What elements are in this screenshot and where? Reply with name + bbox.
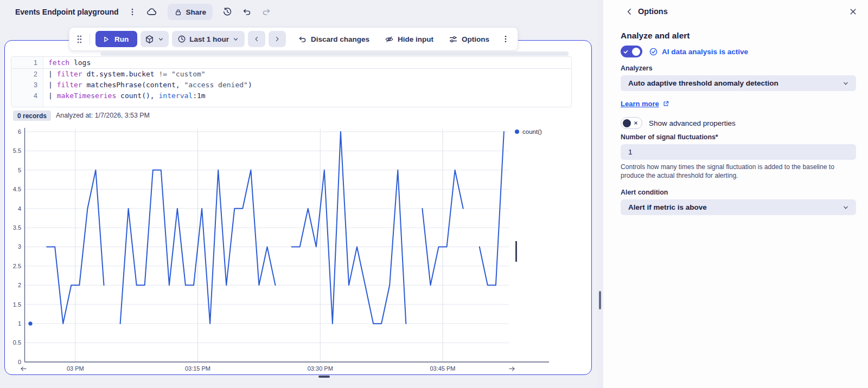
code-text: fetch logs [48, 57, 91, 68]
fluctuations-input[interactable]: 1 [621, 144, 856, 160]
code-line-3[interactable]: 3 | filter matchesPhrase(content, "acces… [11, 80, 571, 90]
time-shift-back-button[interactable] [248, 31, 265, 47]
query-editor[interactable]: 1 fetch logs 2 | filter dt.system.bucket… [11, 56, 572, 107]
time-range-label: Last 1 hour [189, 35, 229, 43]
svg-text:3.5: 3.5 [13, 224, 21, 231]
cloud-status-button[interactable] [144, 4, 160, 20]
svg-text:4: 4 [18, 205, 21, 212]
document-header: Events Endpoint playground Share [0, 0, 597, 24]
line-number: 1 [11, 57, 37, 68]
code-token: filter [57, 70, 82, 78]
code-token: count(), [116, 92, 158, 100]
svg-text:03 PM: 03 PM [67, 365, 84, 372]
svg-text:03:15 PM: 03:15 PM [185, 365, 210, 372]
code-token: "custom" [171, 70, 206, 78]
panel-resize-gutter[interactable] [597, 0, 603, 388]
alert-condition-select-value: Alert if metric is above [628, 203, 707, 211]
svg-text:5: 5 [18, 167, 21, 173]
code-token: | [48, 70, 57, 78]
code-line-4[interactable]: 4 | makeTimeseries count(), interval:1m [11, 90, 571, 101]
chart-scroll-right-button[interactable] [508, 365, 516, 373]
svg-text:6: 6 [18, 128, 21, 135]
code-token: ) [248, 81, 252, 89]
advanced-properties-label: Show advanced properties [649, 119, 736, 127]
code-token: logs [69, 59, 91, 67]
options-panel: Options Analyze and alert AI data analys… [603, 0, 868, 388]
kebab-menu-icon [128, 8, 137, 16]
code-token: != [159, 70, 171, 78]
screen: Events Endpoint playground Share Ru [0, 0, 868, 388]
fluctuations-input-value: 1 [628, 148, 633, 156]
ai-analysis-toggle[interactable] [621, 46, 642, 57]
svg-text:1: 1 [18, 320, 21, 327]
svg-text:2.5: 2.5 [13, 263, 21, 269]
code-token: fetch [48, 59, 69, 67]
svg-text:1.5: 1.5 [13, 301, 21, 308]
panel-title: Options [638, 7, 668, 16]
section-heading: Analyze and alert [621, 31, 690, 41]
undo-button[interactable] [239, 4, 255, 20]
timeseries-chart[interactable]: 00.511.522.533.544.555.5603 PM03:15 PM03… [0, 125, 564, 379]
discard-changes-button[interactable]: Discard changes [293, 31, 374, 47]
chevron-down-icon [232, 36, 239, 43]
undo-icon [242, 7, 252, 17]
analyzer-select[interactable]: Auto adaptive threshold anomaly detectio… [621, 75, 856, 91]
svg-text:0: 0 [18, 359, 21, 365]
learn-more-link[interactable]: Learn more [621, 100, 670, 108]
code-line-1[interactable]: 1 fetch logs [11, 57, 571, 69]
kebab-menu-icon [501, 35, 510, 43]
code-text: | filter dt.system.bucket != "custom" [48, 69, 206, 80]
advanced-properties-row: Show advanced properties [621, 117, 736, 129]
panel-back-button[interactable] [625, 7, 634, 16]
chart-scroll-left-button[interactable] [20, 365, 28, 373]
code-text: | filter matchesPhrase(content, "access … [48, 80, 252, 90]
check-circle-icon [649, 47, 658, 56]
ai-analysis-row: AI data analysis is active [621, 46, 748, 57]
share-button[interactable]: Share [168, 4, 213, 20]
panel-resize-handle[interactable] [599, 291, 601, 309]
time-shift-forward-button[interactable] [269, 31, 286, 47]
code-line-2[interactable]: 2 | filter dt.system.bucket != "custom" [11, 69, 571, 80]
svg-text:0.5: 0.5 [13, 339, 21, 346]
hide-input-button[interactable]: Hide input [380, 31, 438, 47]
svg-text:03:45 PM: 03:45 PM [430, 365, 455, 372]
code-token: "access denied" [184, 81, 247, 89]
run-button-label: Run [114, 35, 129, 43]
advanced-properties-toggle[interactable] [621, 117, 642, 129]
svg-text:03:30 PM: 03:30 PM [308, 365, 333, 372]
options-button[interactable]: Options [444, 31, 494, 47]
history-button[interactable] [219, 4, 235, 20]
run-button[interactable]: Run [95, 31, 137, 47]
discard-changes-label: Discard changes [311, 35, 369, 43]
sample-data-button[interactable] [141, 31, 169, 47]
analyzer-select-value: Auto adaptive threshold anomaly detectio… [628, 79, 778, 87]
svg-text:5.5: 5.5 [13, 147, 21, 154]
fluctuations-help-text: Controls how many times the signal fluct… [621, 163, 857, 180]
ai-analysis-status: AI data analysis is active [649, 47, 748, 56]
options-button-label: Options [462, 35, 489, 43]
toolbar-more-button[interactable] [497, 35, 512, 43]
chevron-left-icon [625, 7, 634, 16]
history-icon [222, 7, 232, 17]
alert-condition-select[interactable]: Alert if metric is above [621, 199, 856, 215]
svg-text:4.5: 4.5 [13, 186, 21, 192]
editor-scrollbar[interactable] [100, 51, 569, 56]
code-text: | makeTimeseries count(), interval:1m [48, 90, 206, 101]
drag-handle[interactable] [75, 34, 84, 44]
code-token: makeTimeseries [57, 92, 117, 100]
check-icon [623, 49, 629, 55]
drag-handle-icon [76, 34, 83, 44]
time-range-button[interactable]: Last 1 hour [172, 31, 245, 47]
code-token: :1m [193, 92, 205, 100]
ai-analysis-status-text: AI data analysis is active [662, 48, 748, 56]
close-icon [848, 7, 858, 16]
alert-condition-label: Alert condition [621, 189, 668, 196]
chart-scrollbar-handle[interactable] [318, 376, 330, 378]
panel-close-button[interactable] [848, 7, 858, 16]
title-menu-button[interactable] [125, 4, 139, 20]
page-title: Events Endpoint playground [15, 8, 119, 16]
analyzers-label: Analyzers [621, 64, 653, 72]
redo-button[interactable] [258, 4, 275, 20]
redo-icon [261, 7, 271, 17]
lock-icon [174, 8, 182, 16]
